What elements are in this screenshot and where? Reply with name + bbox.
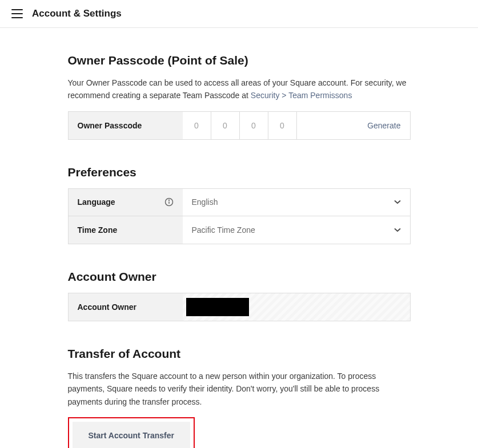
preferences-table: Language English <box>68 188 411 244</box>
account-owner-label: Account Owner <box>69 293 183 321</box>
account-owner-table: Account Owner <box>68 293 411 321</box>
info-icon[interactable] <box>164 197 174 207</box>
passcode-table: Owner Passcode 0 0 0 0 Generate <box>68 111 411 140</box>
owner-passcode-title: Owner Passcode (Point of Sale) <box>68 54 411 67</box>
svg-point-2 <box>168 200 169 201</box>
generate-button[interactable]: Generate <box>367 112 409 139</box>
transfer-button-highlight: Start Account Transfer <box>68 417 195 448</box>
timezone-label: Time Zone <box>69 216 183 244</box>
chevron-down-icon <box>394 198 401 206</box>
owner-passcode-desc-text: Your Owner Passcode can be used to acces… <box>68 78 407 100</box>
transfer-description: This transfers the Square account to a n… <box>68 370 411 408</box>
owner-passcode-description: Your Owner Passcode can be used to acces… <box>68 76 411 102</box>
passcode-digit-1[interactable]: 0 <box>183 112 211 139</box>
page-title: Account & Settings <box>32 8 122 19</box>
header: Account & Settings <box>0 0 478 28</box>
account-owner-section: Account Owner Account Owner <box>68 270 411 321</box>
language-label-text: Language <box>78 197 115 207</box>
preferences-title: Preferences <box>68 166 411 179</box>
account-owner-title: Account Owner <box>68 270 411 284</box>
language-value: English <box>192 197 218 207</box>
preferences-section: Preferences Language English <box>68 166 411 244</box>
passcode-digits: 0 0 0 0 <box>183 112 297 139</box>
chevron-down-icon <box>394 226 401 234</box>
start-account-transfer-button[interactable]: Start Account Transfer <box>73 422 190 448</box>
timezone-value: Pacific Time Zone <box>192 225 255 235</box>
language-select[interactable]: English <box>183 189 410 216</box>
timezone-select[interactable]: Pacific Time Zone <box>183 216 410 244</box>
owner-passcode-section: Owner Passcode (Point of Sale) Your Owne… <box>68 54 411 140</box>
transfer-section: Transfer of Account This transfers the S… <box>68 347 411 448</box>
passcode-digit-4[interactable]: 0 <box>268 112 297 139</box>
passcode-label: Owner Passcode <box>69 112 183 139</box>
transfer-title: Transfer of Account <box>68 347 411 361</box>
content: Owner Passcode (Point of Sale) Your Owne… <box>68 28 411 448</box>
passcode-digit-3[interactable]: 0 <box>240 112 268 139</box>
passcode-digit-2[interactable]: 0 <box>211 112 240 139</box>
language-label: Language <box>69 189 183 216</box>
hamburger-menu-icon[interactable] <box>11 9 23 18</box>
account-owner-value <box>183 293 410 321</box>
team-permissions-link[interactable]: Security > Team Permissons <box>251 91 352 100</box>
redacted-owner-name <box>186 298 249 316</box>
